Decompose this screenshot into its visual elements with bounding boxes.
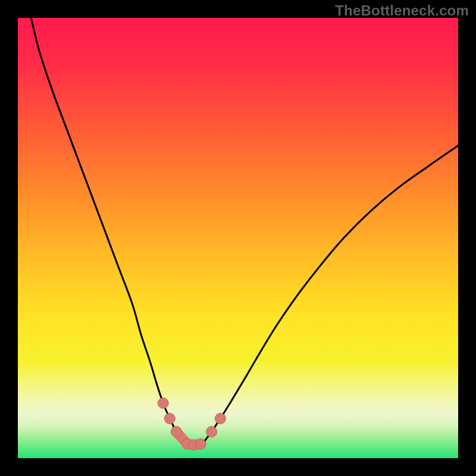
right-curve bbox=[183, 146, 459, 445]
watermark-text: TheBottleneck.com bbox=[335, 2, 469, 19]
marker-dot bbox=[215, 413, 226, 424]
trough-markers bbox=[158, 398, 226, 450]
chart-frame: TheBottleneck.com bbox=[0, 0, 476, 476]
marker-dot bbox=[195, 439, 206, 449]
left-curve bbox=[31, 18, 205, 445]
marker-dot bbox=[171, 427, 181, 437]
marker-dot bbox=[206, 427, 217, 437]
curves-layer bbox=[18, 18, 458, 458]
marker-dot bbox=[164, 413, 175, 424]
marker-dot bbox=[158, 398, 168, 409]
plot-area bbox=[18, 18, 458, 458]
